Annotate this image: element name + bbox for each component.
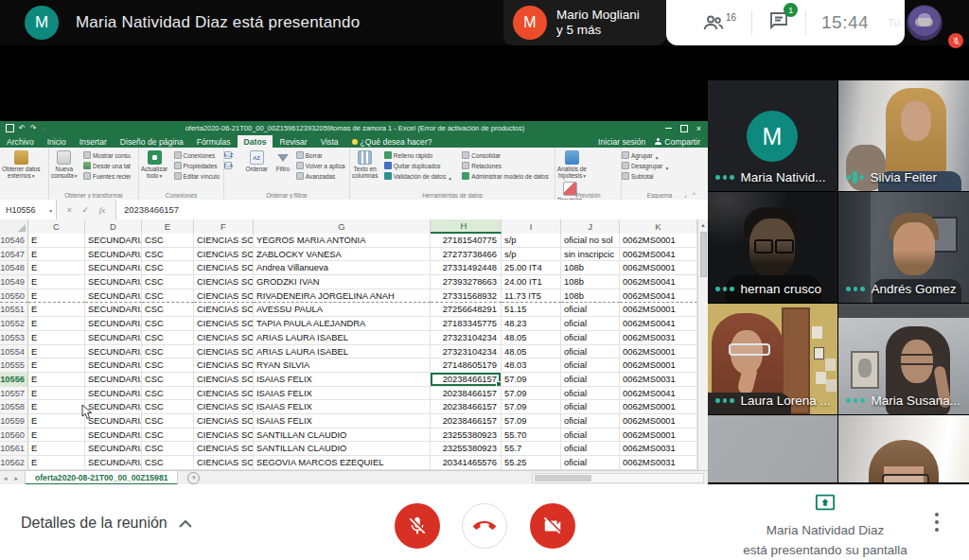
cell[interactable]: E [28,303,85,317]
cell[interactable]: E [28,289,85,304]
row-header[interactable]: 10548 [0,261,28,275]
cell[interactable]: SEGOVIA MARCOS EZEQUIEL [254,456,431,470]
meeting-details-button[interactable]: Detalles de la reunión [21,515,192,532]
hang-up-button[interactable] [462,503,507,549]
row-header[interactable]: 10547 [0,248,28,262]
cell[interactable]: 0062MS0001 [620,345,697,359]
cell[interactable]: 27331492448 [431,261,502,275]
tile-menu-icon[interactable] [715,175,734,180]
tab-revisar[interactable]: Revisar [273,135,313,148]
cell[interactable]: E [28,261,85,275]
tile-participant-8[interactable] [838,415,969,482]
row-header[interactable]: 10561 [0,442,28,456]
connections-button[interactable]: Conexiones [174,150,220,160]
cell[interactable]: E [28,414,85,429]
cell[interactable]: SECUNDARIA [85,373,142,387]
cell[interactable]: 48.03 [502,359,561,373]
cell[interactable]: CSC [142,456,194,470]
tell-me-box[interactable]: ¿Qué desea hacer? [345,137,439,147]
cell[interactable]: CSC [142,317,194,331]
cell[interactable]: CIENCIAS SO [194,345,254,359]
cell[interactable]: oficial [561,442,620,456]
cell[interactable]: SECUNDARIA [85,317,142,331]
tile-menu-icon[interactable] [846,287,865,291]
scrollbar-thumb[interactable] [535,475,591,481]
cell[interactable]: 0062MS0031 [620,442,697,456]
cell[interactable]: CSC [142,414,194,429]
cell[interactable]: 27323104234 [431,331,502,345]
formula-input[interactable]: 20238466157 [116,200,708,219]
cell[interactable]: 57.09 [502,400,561,414]
row-header[interactable]: 10554 [0,345,28,359]
cell[interactable]: CIENCIAS SO [194,248,254,262]
cell[interactable]: E [28,248,85,262]
cell[interactable]: E [28,387,85,401]
cell[interactable]: CIENCIAS SO [194,456,254,470]
cell[interactable]: 0062MS0001 [620,400,697,414]
dialog-launcher-icon[interactable]: ⌟ [683,191,686,199]
cell[interactable]: 20341465576 [431,456,502,470]
tile-silvia-feiter[interactable]: Silvia Feiter [838,80,969,191]
row-header[interactable]: 10550 [0,289,28,304]
cell[interactable]: oficial [561,373,620,387]
show-queries-button[interactable]: Mostrar consultas [83,150,131,160]
cell[interactable]: 0062MS0001 [620,261,697,275]
cell[interactable]: 25.00 IT4 [502,261,561,275]
cell[interactable]: 0062MS0001 [620,414,697,429]
cell[interactable]: ISAIAS FELIX [254,400,431,414]
cell[interactable]: s/p [502,248,561,262]
properties-button[interactable]: Propiedades [174,161,220,170]
cell[interactable]: CSC [142,442,194,456]
cell[interactable]: ISAIAS FELIX [254,387,431,401]
cell[interactable]: CIENCIAS SO [194,261,254,275]
manage-data-model-button[interactable]: Administrar modelo de datos [462,171,553,181]
cell[interactable]: CSC [142,248,194,262]
cell[interactable]: 0062MS0031 [620,331,697,345]
cell[interactable]: 27393278663 [431,275,502,289]
save-icon[interactable] [6,124,14,132]
cell[interactable]: AVESSU PAULA [254,303,431,317]
cell[interactable]: CIENCIAS SO [194,289,254,304]
cell[interactable]: CIENCIAS SO [194,234,254,248]
cell[interactable]: 57.09 [502,387,561,401]
cell[interactable]: SECUNDARIA [85,275,142,289]
cell[interactable]: ARIAS LAURA ISABEL [254,331,431,345]
row-header[interactable]: 10552 [0,317,28,331]
cell[interactable]: oficial [561,456,620,470]
sign-in-link[interactable]: Iniciar sesión [598,137,645,147]
cell[interactable]: oficial [561,303,620,317]
group-button[interactable]: Agrupar [622,150,690,160]
row-header[interactable]: 10558 [0,400,28,414]
data-validation-button[interactable]: Validación de datos [384,171,458,181]
cell[interactable]: E [28,345,85,359]
cell[interactable]: SECUNDARIA [85,456,142,470]
column-header-F[interactable]: F [194,219,254,234]
cell[interactable]: oficial [561,429,620,443]
cell[interactable]: SECUNDARIA [85,234,142,248]
row-header[interactable]: 10556 [0,373,28,387]
cell[interactable]: CSC [142,289,194,304]
cell[interactable]: YEGROS MARIA ANTONIA [254,234,431,248]
row-header[interactable]: 10546 [0,234,28,248]
add-sheet-button[interactable]: + [187,472,200,484]
cell[interactable]: 108b [561,289,620,304]
consolidate-button[interactable]: Consolidar [462,150,553,160]
cell[interactable]: E [28,317,85,331]
subtotal-button[interactable]: Subtotal [622,171,690,181]
cell[interactable]: CIENCIAS SO [194,400,254,414]
what-if-button[interactable]: Análisis dehipótesis [555,149,589,181]
cell[interactable]: oficial [561,387,620,401]
tab-diseno[interactable]: Diseño de página [114,135,190,148]
cell[interactable]: CSC [142,261,194,275]
tile-hernan-crusco[interactable]: hernan crusco [708,192,837,303]
relationships-button[interactable]: Relaciones [462,161,553,170]
cell[interactable]: CSC [142,373,194,387]
cell[interactable]: 51.15 [502,303,561,317]
cell[interactable]: oficial [561,317,620,331]
cell[interactable]: CSC [142,234,194,248]
cell[interactable]: 27273738466 [431,248,502,262]
cell[interactable]: s/p [502,234,561,248]
cell[interactable]: SECUNDARIA [85,303,142,317]
tile-maria-susana[interactable]: Maria Susana... [838,304,969,414]
edit-links-button[interactable]: Editar vínculos [174,171,220,181]
